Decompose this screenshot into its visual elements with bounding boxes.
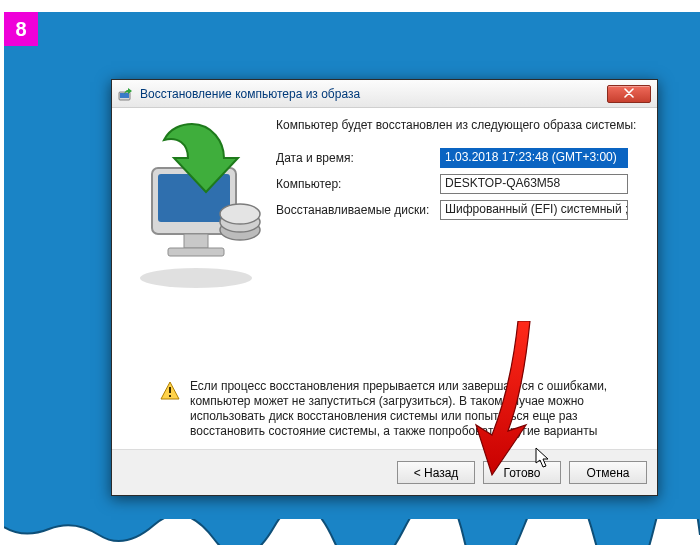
step-number-text: 8: [15, 18, 26, 41]
svg-rect-1: [120, 93, 129, 98]
computer-label: Компьютер:: [276, 177, 432, 191]
intro-text: Компьютер будет восстановлен из следующе…: [276, 118, 641, 134]
cancel-button[interactable]: Отмена: [569, 461, 647, 484]
field-row-datetime: Дата и время: 1.03.2018 17:23:48 (GMT+3:…: [276, 148, 641, 168]
dialog-window: Восстановление компьютера из образа: [111, 79, 658, 496]
close-button[interactable]: [607, 85, 651, 103]
field-row-computer: Компьютер: DESKTOP-QA63M58: [276, 174, 641, 194]
warning-icon: [160, 381, 180, 401]
window-title: Восстановление компьютера из образа: [140, 87, 601, 101]
warning-block: Если процесс восстановления прерывается …: [128, 373, 641, 449]
svg-rect-11: [169, 395, 171, 397]
svg-rect-6: [168, 248, 224, 256]
disks-value[interactable]: Шифрованный (EFI) системный ;: [440, 200, 628, 220]
dialog-client-area: Компьютер будет восстановлен из следующе…: [112, 108, 657, 495]
svg-point-2: [140, 268, 252, 288]
system-restore-icon: [118, 86, 134, 102]
svg-rect-10: [169, 387, 171, 393]
field-row-disks: Восстанавливаемые диски: Шифрованный (EF…: [276, 200, 641, 220]
computer-value[interactable]: DESKTOP-QA63M58: [440, 174, 628, 194]
svg-rect-4: [158, 174, 230, 222]
datetime-value[interactable]: 1.03.2018 17:23:48 (GMT+3:00): [440, 148, 628, 168]
disks-label: Восстанавливаемые диски:: [276, 203, 432, 217]
svg-point-9: [220, 204, 260, 224]
svg-rect-5: [184, 234, 208, 248]
warning-text: Если процесс восстановления прерывается …: [190, 379, 641, 439]
finish-button[interactable]: Готово: [483, 461, 561, 484]
back-button[interactable]: < Назад: [397, 461, 475, 484]
wizard-illustration: [128, 118, 264, 298]
titlebar[interactable]: Восстановление компьютера из образа: [112, 80, 657, 108]
button-row: < Назад Готово Отмена: [112, 449, 657, 495]
step-number-badge: 8: [4, 12, 38, 46]
datetime-label: Дата и время:: [276, 151, 432, 165]
close-icon: [624, 87, 634, 101]
